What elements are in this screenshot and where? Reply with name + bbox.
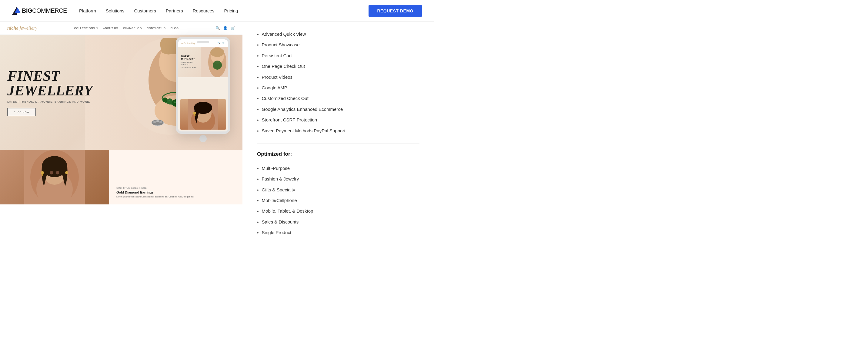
feature-item-3: One Page Check Out — [257, 61, 420, 72]
feature-item-8: Storefront CSRF Protection — [257, 115, 420, 125]
svg-point-24 — [41, 171, 44, 174]
svg-point-7 — [167, 98, 173, 104]
nav-item-resources[interactable]: Resources — [193, 8, 215, 13]
optimized-item-6: Single Product — [257, 227, 420, 238]
mobile-nav: niche jewellery 🔍 🛒 — [178, 39, 228, 47]
svg-point-16 — [159, 121, 162, 123]
mobile-store-logo: niche jewellery — [181, 42, 195, 44]
optimized-heading: Optimized for: — [257, 151, 420, 157]
hero-title: FINESTJEWELLERY — [7, 69, 93, 98]
product-desc: Lorem ipsum dolor sit amet, consectetur … — [116, 195, 235, 198]
mobile-product-section — [178, 77, 228, 131]
cart-icon: 🛒 — [230, 26, 235, 30]
hero-text: FINESTJEWELLERY LATEST TRENDS, DIAMONDS,… — [7, 69, 93, 116]
svg-point-12 — [168, 100, 170, 101]
svg-point-14 — [153, 121, 156, 123]
store-nav-contact: CONTACT US — [147, 27, 166, 30]
store-nav-collections: COLLECTIONS ∨ — [74, 27, 98, 30]
optimized-item-5: Sales & Discounts — [257, 217, 420, 227]
mobile-nav-icons: 🔍 🛒 — [218, 42, 225, 44]
product-woman-svg — [24, 150, 85, 204]
feature-item-7: Google Analytics Enhanced Ecommerce — [257, 104, 420, 115]
optimized-item-4: Mobile, Tablet, & Desktop — [257, 206, 420, 217]
section-divider — [257, 143, 420, 144]
optimized-list: Multi-Purpose Fashion & Jewelry Gifts & … — [257, 163, 420, 238]
feature-item-5: Google AMP — [257, 83, 420, 93]
store-nav-blog: BLOG — [170, 27, 179, 30]
mobile-hero: FINESTJEWELLERYLATEST TRENDS,DIAMONDS,EA… — [178, 47, 228, 77]
store-nav-links: COLLECTIONS ∨ ABOUT US CHANGELOG CONTACT… — [74, 27, 179, 30]
mobile-hero-text: FINESTJEWELLERYLATEST TRENDS,DIAMONDS,EA… — [181, 56, 196, 69]
logo-commerce: COMMERCE — [32, 7, 67, 14]
feature-item-0: Advanced Quick View — [257, 29, 420, 40]
features-list: Advanced Quick View Product Showcase Per… — [257, 29, 420, 136]
mobile-mockup-container: niche jewellery 🔍 🛒 FINESTJEWELLERYLATES… — [176, 37, 230, 142]
svg-point-15 — [156, 120, 159, 122]
optimized-item-0: Multi-Purpose — [257, 163, 420, 174]
store-nav-icons: 🔍 👤 🛒 — [216, 26, 235, 30]
store-nav: niche jewellery COLLECTIONS ∨ ABOUT US C… — [0, 22, 243, 35]
svg-point-37 — [194, 114, 195, 116]
optimized-item-3: Mobile/Cellphone — [257, 195, 420, 206]
mobile-inner: niche jewellery 🔍 🛒 FINESTJEWELLERYLATES… — [178, 39, 228, 131]
svg-point-30 — [210, 48, 224, 57]
svg-point-22 — [50, 171, 53, 174]
optimized-item-2: Gifts & Specialty — [257, 185, 420, 195]
svg-point-31 — [213, 61, 222, 70]
store-logo: niche jewellery — [7, 26, 37, 31]
svg-point-26 — [65, 171, 68, 174]
hero-shop-button[interactable]: SHOP NOW — [7, 108, 36, 116]
product-card: Sub-Title Goes Here Gold Diamond Earring… — [109, 150, 243, 204]
nav-item-customers[interactable]: Customers — [134, 8, 156, 13]
feature-item-6: Customized Check Out — [257, 93, 420, 104]
product-title: Gold Diamond Earrings — [116, 191, 235, 194]
mobile-product-svg — [188, 99, 218, 130]
nav-item-partners[interactable]: Partners — [166, 8, 183, 13]
logo-wordmark: BIGCOMMERCE — [22, 7, 67, 14]
right-panel: Advanced Quick View Product Showcase Per… — [243, 22, 434, 245]
mobile-mockup: niche jewellery 🔍 🛒 FINESTJEWELLERYLATES… — [176, 37, 230, 134]
store-nav-changelog: CHANGELOG — [123, 27, 142, 30]
nav-item-solutions[interactable]: Solutions — [106, 8, 125, 13]
optimized-item-1: Fashion & Jewelry — [257, 174, 420, 185]
main-content: niche jewellery COLLECTIONS ∨ ABOUT US C… — [0, 22, 434, 245]
mobile-home-button — [199, 135, 207, 142]
mobile-product-image — [180, 99, 226, 130]
store-nav-about: ABOUT US — [103, 27, 118, 30]
product-subtitle: Sub-Title Goes Here — [116, 187, 235, 189]
mobile-search-icon: 🔍 — [218, 42, 220, 44]
logo-triangle-blue — [14, 7, 21, 13]
svg-point-25 — [41, 174, 43, 176]
header-left: BIGCOMMERCE Platform Solutions Customers… — [12, 6, 238, 15]
nav-item-pricing[interactable]: Pricing — [224, 8, 238, 13]
mobile-hero-image — [200, 47, 228, 77]
nav-item-platform[interactable]: Platform — [79, 8, 96, 13]
user-icon: 👤 — [223, 26, 227, 30]
hero-subtitle: LATEST TRENDS, DIAMONDS, EARRINGS AND MO… — [7, 100, 93, 103]
header: BIGCOMMERCE Platform Solutions Customers… — [0, 0, 434, 22]
feature-item-1: Product Showcase — [257, 40, 420, 50]
feature-item-2: Persistent Cart — [257, 51, 420, 61]
request-demo-button[interactable]: REQUEST DEMO — [369, 5, 422, 17]
svg-point-23 — [56, 171, 59, 174]
logo-big: BIG — [22, 7, 32, 14]
bigcommerce-logo[interactable]: BIGCOMMERCE — [12, 6, 67, 15]
mobile-cart-icon: 🛒 — [222, 42, 225, 44]
store-preview: niche jewellery COLLECTIONS ∨ ABOUT US C… — [0, 22, 243, 245]
feature-item-9: Saved Payment Methods PayPal Support — [257, 126, 420, 136]
feature-item-4: Product Videos — [257, 72, 420, 83]
svg-point-36 — [193, 112, 196, 115]
product-image-area — [0, 150, 109, 204]
main-nav: Platform Solutions Customers Partners Re… — [79, 8, 238, 13]
search-icon: 🔍 — [216, 26, 220, 30]
mobile-hero-subtitle: LATEST TRENDS,DIAMONDS,EARRINGS AND MORE… — [181, 62, 196, 68]
store-bottom-section: Sub-Title Goes Here Gold Diamond Earring… — [0, 150, 243, 204]
logo-mark — [12, 6, 21, 15]
